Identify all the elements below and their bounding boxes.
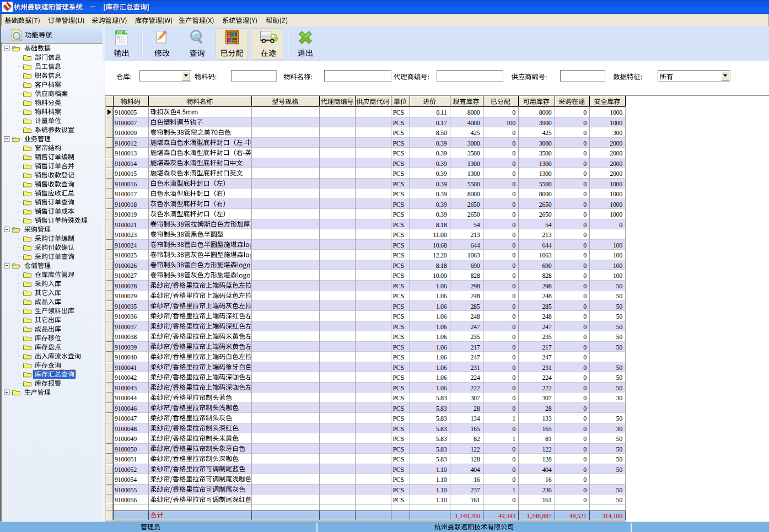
svg-text:EXE: EXE xyxy=(117,31,123,34)
